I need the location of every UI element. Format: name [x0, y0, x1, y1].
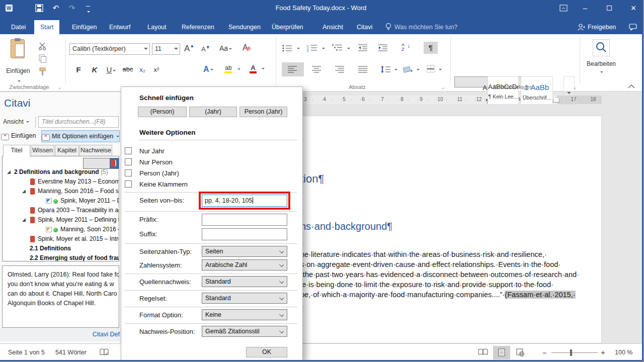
chevron-down-icon[interactable]: [322, 48, 325, 49]
cut-icon[interactable]: [38, 42, 47, 50]
multilevel-list-icon[interactable]: [332, 44, 345, 52]
paragraph-dialog-launcher[interactable]: ⌟: [442, 84, 447, 89]
tree-item[interactable]: Spink, Moyer 2011 – Defining th: [3, 215, 118, 225]
ruleset-select[interactable]: Standard: [202, 293, 287, 304]
paste-button[interactable]: Einfügen: [3, 36, 33, 83]
numsys-select[interactable]: Arabische Zahl: [202, 259, 287, 270]
quick-person-button[interactable]: (Person): [138, 107, 187, 117]
minimize-button[interactable]: –: [577, 0, 594, 16]
change-case-button[interactable]: Aa: [219, 44, 232, 52]
tab-ansicht[interactable]: Ansicht: [316, 20, 349, 34]
increase-indent-icon[interactable]: [378, 44, 388, 52]
insert-with-options-button[interactable]: ”Mit Optionen einfügen: [41, 130, 120, 142]
chevron-down-icon[interactable]: [394, 69, 397, 70]
zoom-out-button[interactable]: −: [542, 348, 547, 357]
align-left-button[interactable]: [282, 62, 304, 76]
format-painter-icon[interactable]: [39, 67, 47, 76]
align-right-icon[interactable]: [335, 66, 345, 73]
quick-year-button[interactable]: (Jahr): [189, 107, 237, 117]
style-heading1[interactable]: 1 AaBb Überschrif...: [521, 76, 553, 105]
citavi-tab-titel[interactable]: Titel: [3, 145, 30, 156]
tree-item-citation[interactable]: Manning, Soon 2016 – Fo: [3, 225, 118, 234]
tree-item-chapter[interactable]: 2 Definitions and background (5): [3, 167, 118, 177]
chevron-down-icon[interactable]: [347, 48, 350, 49]
word-count[interactable]: 541 Wörter: [55, 349, 87, 356]
tree-item[interactable]: Manning, Soon 2016 – Food saf: [3, 187, 118, 196]
tab-start[interactable]: Start: [34, 20, 59, 34]
line-spacing-icon[interactable]: [380, 65, 391, 73]
horizontal-ruler[interactable]: 3 4 5 6 7 8 9 10 11 12 13 14 15 17 18: [303, 96, 602, 104]
zoom-in-button[interactable]: +: [601, 348, 605, 356]
underline-button[interactable]: U: [104, 65, 119, 74]
citavi-tab-wissen[interactable]: Wissen: [31, 145, 54, 156]
checkbox-person-jahr[interactable]: [125, 169, 132, 176]
borders-icon[interactable]: [427, 65, 436, 73]
checkbox-keine-klammern[interactable]: [125, 180, 132, 188]
styles-dialog-launcher[interactable]: ⌟: [574, 84, 579, 89]
view-dropdown-button[interactable]: Ansicht: [3, 118, 29, 125]
collapse-ribbon-icon[interactable]: [628, 84, 635, 88]
expander-icon[interactable]: [22, 218, 26, 222]
font-name-combo[interactable]: Calibri (Textkörper): [69, 43, 150, 55]
citavi-tab-kapitel[interactable]: Kapitel: [55, 145, 79, 156]
document-page[interactable]: tion¶ ns·and·background¶ he·literature·i…: [262, 116, 602, 343]
style-no-spacing[interactable]: AaBbCcDc ¶ Kein Lee...: [488, 76, 519, 105]
tree-item[interactable]: Spink, Moyer et al. 2015 – Introd: [3, 234, 118, 244]
clipboard-dialog-launcher[interactable]: ⌟: [58, 84, 63, 89]
justify-icon[interactable]: [358, 66, 368, 73]
read-mode-button[interactable]: [474, 346, 492, 359]
zoom-level[interactable]: 100 %: [615, 349, 632, 356]
align-center-icon[interactable]: [312, 66, 322, 73]
prefix-input[interactable]: [202, 214, 287, 226]
tree-item[interactable]: Opara 2003 – Traceability in agri: [3, 206, 118, 215]
chevron-down-icon[interactable]: [417, 69, 420, 70]
tree-item-section[interactable]: 2.1 Definitions: [3, 244, 118, 253]
strikethrough-button[interactable]: abc: [121, 65, 135, 73]
tab-citavi[interactable]: Citavi: [351, 20, 378, 34]
tab-layout[interactable]: Layout: [141, 20, 173, 34]
insert-button[interactable]: ”Einfügen: [1, 130, 40, 142]
tab-entwurf[interactable]: Entwurf: [103, 20, 136, 34]
expander-icon[interactable]: [7, 170, 11, 174]
subscript-button[interactable]: x₂: [137, 66, 148, 73]
sort-button[interactable]: A Z ↓: [401, 43, 414, 53]
tree-item-section[interactable]: 2.2 Emerging study of food fraud: [3, 253, 118, 261]
ok-button[interactable]: OK: [246, 347, 287, 357]
tab-datei[interactable]: Datei: [5, 20, 32, 34]
numbered-list-icon[interactable]: 123: [307, 44, 320, 52]
text-effects-button[interactable]: A: [203, 65, 213, 74]
proofing-icon[interactable]: ✓: [100, 348, 110, 356]
zoom-slider-track[interactable]: [551, 352, 598, 353]
suffix-input[interactable]: [202, 228, 287, 240]
format-select[interactable]: Keine: [202, 309, 287, 320]
maximize-button[interactable]: [601, 0, 618, 16]
ribbon-display-options-icon[interactable]: [559, 5, 568, 12]
editing-button[interactable]: Bearbeiten: [584, 37, 619, 87]
citavi-tab-nachweise[interactable]: Nachweise: [79, 145, 112, 156]
comments-icon[interactable]: [629, 24, 637, 31]
citation-field[interactable]: (Fassam·et·al.·2015,·: [505, 291, 575, 299]
grow-font-button[interactable]: A▲: [184, 43, 194, 54]
tree-item-citation[interactable]: Spink, Moyer 2011 – Defin: [3, 196, 118, 206]
position-select[interactable]: Gemäß Zitationsstil: [202, 326, 287, 337]
expander-icon[interactable]: [22, 190, 26, 193]
quick-person-year-button[interactable]: Person (Jahr): [239, 107, 287, 117]
decrease-indent-icon[interactable]: [358, 44, 368, 52]
checkbox-nur-jahr[interactable]: [125, 147, 132, 154]
show-paragraph-marks-button[interactable]: ¶: [424, 42, 438, 54]
tab-ueberpruefen[interactable]: Überprüfen: [266, 20, 309, 34]
shrink-font-button[interactable]: A▼: [201, 45, 210, 53]
tab-referenzen[interactable]: Referenzen: [176, 20, 220, 34]
font-size-combo[interactable]: 11: [152, 43, 180, 55]
bold-button[interactable]: F: [73, 65, 84, 74]
chevron-down-icon[interactable]: [439, 69, 442, 70]
tree-item[interactable]: Everstine May 2013 – Economic: [3, 177, 118, 187]
checkbox-nur-person[interactable]: [125, 158, 132, 165]
web-layout-button[interactable]: [512, 346, 529, 359]
shading-icon[interactable]: [403, 64, 414, 73]
title-search-input[interactable]: Titel durchsuchen...(F8): [38, 116, 119, 128]
highlight-color-button[interactable]: ab: [224, 64, 232, 73]
clear-formatting-button[interactable]: A: [243, 43, 251, 52]
close-button[interactable]: ×: [625, 0, 642, 16]
bullet-list-icon[interactable]: [282, 44, 295, 52]
